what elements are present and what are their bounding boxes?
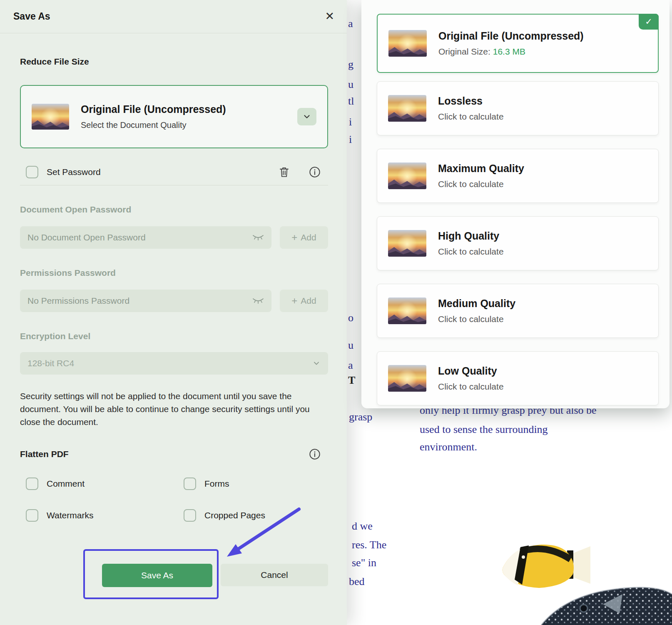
quality-selector-card[interactable]: Original File (Uncompressed) Select the …	[20, 85, 328, 148]
quality-option-subtitle: Click to calculate	[438, 314, 647, 324]
quality-option-title: High Quality	[438, 230, 647, 242]
document-thumbnail	[388, 95, 426, 122]
quality-option-maximum[interactable]: Maximum Quality Click to calculate	[377, 149, 659, 203]
doc-fragment: g	[348, 58, 353, 71]
encryption-level-select[interactable]: 128-bit RC4	[20, 352, 328, 375]
cancel-button[interactable]: Cancel	[221, 564, 328, 586]
comment-checkbox[interactable]	[26, 478, 38, 490]
doc-fragment: grasp	[349, 411, 372, 423]
document-thumbnail	[388, 230, 426, 257]
save-as-button[interactable]: Save As	[102, 564, 212, 587]
quality-dropdown-button[interactable]	[297, 108, 316, 125]
doc-fragment: a	[348, 359, 353, 372]
eye-closed-icon	[252, 234, 264, 241]
flatten-option-watermarks[interactable]: Watermarks	[26, 509, 184, 522]
permissions-password-input[interactable]: No Permissions Password	[20, 290, 271, 312]
flatten-option-cropped-pages[interactable]: Cropped Pages	[184, 509, 341, 522]
cropped-pages-checkbox[interactable]	[184, 509, 196, 522]
quality-option-original[interactable]: Original File (Uncompressed) Original Si…	[377, 14, 659, 73]
quality-options-panel: Original File (Uncompressed) Original Si…	[361, 0, 670, 408]
doc-fragment: o	[348, 312, 353, 324]
quality-option-medium[interactable]: Medium Quality Click to calculate	[377, 284, 659, 338]
forms-checkbox[interactable]	[184, 478, 196, 490]
doc-fragment: d we	[352, 520, 373, 532]
doc-open-password-label: Document Open Password	[20, 205, 327, 215]
permissions-password-label: Permissions Password	[20, 268, 327, 278]
doc-fragment: u	[348, 339, 353, 352]
flatten-info-button[interactable]	[309, 448, 321, 460]
plus-icon: +	[291, 296, 297, 306]
document-thumbnail	[388, 365, 426, 392]
flatten-pdf-heading: Flatten PDF	[20, 449, 69, 459]
quality-option-subtitle: Click to calculate	[438, 382, 647, 392]
doc-fragment: bed	[349, 575, 365, 588]
watermarks-checkbox[interactable]	[26, 509, 38, 522]
comment-label: Comment	[47, 479, 85, 489]
dialog-header: Save As ✕	[0, 0, 347, 33]
quality-option-subtitle: Original Size: 16.3 MB	[438, 47, 647, 57]
plus-icon: +	[291, 232, 297, 242]
set-password-checkbox[interactable]	[26, 166, 38, 178]
doc-fragment: tl	[348, 95, 354, 108]
doc-line: used to sense the surrounding	[420, 423, 548, 436]
doc-fragment: se" in	[352, 557, 376, 569]
doc-open-password-placeholder: No Document Open Password	[27, 232, 252, 242]
permissions-password-placeholder: No Permissions Password	[27, 296, 252, 306]
selected-check-icon: ✓	[639, 14, 659, 30]
quality-option-title: Medium Quality	[438, 298, 647, 310]
set-password-row: Set Password	[26, 166, 321, 178]
quality-card-text: Original File (Uncompressed) Select the …	[81, 103, 286, 130]
quality-card-title: Original File (Uncompressed)	[81, 103, 286, 115]
reduce-file-size-heading: Reduce File Size	[20, 57, 327, 67]
butterflyfish	[503, 545, 591, 588]
quality-option-subtitle: Click to calculate	[438, 179, 647, 189]
encryption-level-value: 128-bit RC4	[27, 358, 312, 368]
info-icon	[309, 448, 321, 460]
quality-option-title: Lossless	[438, 95, 647, 107]
doc-fragment: T	[348, 374, 355, 387]
quality-option-subtitle: Click to calculate	[438, 112, 647, 122]
divider	[20, 185, 328, 185]
document-thumbnail	[32, 104, 69, 130]
original-size-value: 16.3 MB	[493, 47, 525, 56]
add-button-label: Add	[301, 296, 316, 306]
doc-fragment: i	[349, 116, 352, 128]
add-permissions-password-button[interactable]: + Add	[280, 290, 328, 312]
quality-option-title: Original File (Uncompressed)	[438, 30, 647, 42]
quality-option-title: Maximum Quality	[438, 162, 647, 175]
quality-option-low[interactable]: Low Quality Click to calculate	[377, 351, 659, 405]
pufferfish	[541, 588, 672, 625]
forms-label: Forms	[204, 479, 229, 489]
original-size-label: Original Size:	[438, 47, 490, 56]
quality-option-subtitle: Click to calculate	[438, 247, 647, 257]
doc-line: environment.	[420, 441, 477, 453]
eye-closed-icon	[252, 297, 264, 305]
cropped-pages-label: Cropped Pages	[204, 510, 265, 520]
page: a g u tl i i o u a T grasp d we res. The…	[0, 0, 672, 625]
quality-option-lossless[interactable]: Lossless Click to calculate	[377, 81, 659, 135]
info-icon	[309, 166, 321, 178]
encryption-level-label: Encryption Level	[20, 331, 327, 341]
flatten-option-comment[interactable]: Comment	[26, 478, 184, 490]
quality-card-subtitle: Select the Document Quality	[81, 120, 286, 130]
password-info-button[interactable]	[309, 166, 321, 178]
add-doc-open-password-button[interactable]: + Add	[280, 226, 328, 249]
quality-option-title: Low Quality	[438, 365, 647, 377]
doc-fragment: u	[348, 78, 353, 91]
save-as-dialog: Save As ✕ Reduce File Size Original File…	[0, 0, 347, 625]
document-thumbnail	[388, 30, 427, 57]
document-thumbnail	[388, 162, 426, 189]
add-button-label: Add	[301, 232, 316, 242]
doc-fragment: i	[349, 133, 352, 146]
doc-open-password-input[interactable]: No Document Open Password	[20, 226, 271, 249]
security-note: Security settings will not be applied to…	[20, 390, 328, 428]
watermarks-label: Watermarks	[47, 510, 93, 520]
dialog-title: Save As	[13, 11, 50, 22]
delete-password-button[interactable]	[279, 166, 290, 178]
quality-option-high[interactable]: High Quality Click to calculate	[377, 216, 659, 270]
chevron-down-icon	[312, 359, 321, 368]
trash-icon	[279, 166, 290, 178]
flatten-option-forms[interactable]: Forms	[184, 478, 341, 490]
close-icon[interactable]: ✕	[325, 11, 334, 22]
set-password-label: Set Password	[47, 167, 101, 177]
